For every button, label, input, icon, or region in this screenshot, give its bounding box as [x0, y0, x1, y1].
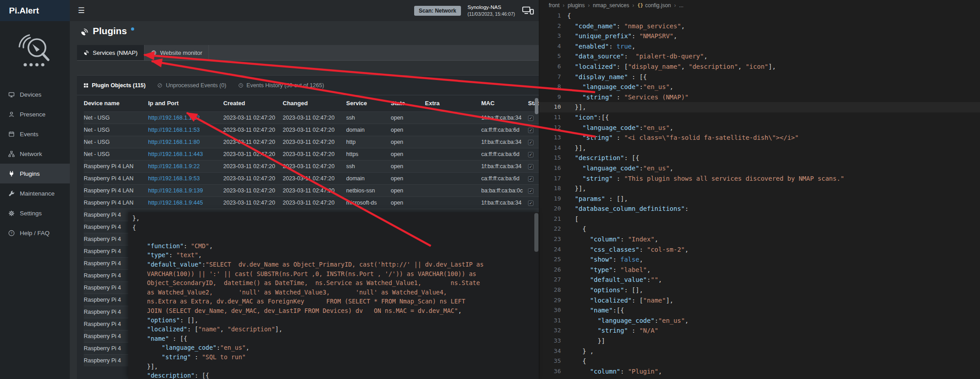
cell-service: microsoft-ds [346, 196, 391, 209]
sidebar-item-events[interactable]: Events [0, 124, 70, 144]
editor-line[interactable]: 8 "language_code":"en_us", [539, 82, 980, 92]
column-header[interactable]: Created [223, 95, 283, 111]
devices-topbar-icon[interactable] [522, 6, 534, 15]
breadcrumb-item[interactable]: ... [679, 2, 683, 9]
sidebar-item-plugins[interactable]: Plugins [0, 164, 70, 183]
sidebar-item-settings[interactable]: Settings [0, 203, 70, 223]
editor-line[interactable]: 33 }] [539, 336, 980, 346]
ip-port-link[interactable]: http://192.168.1.9:445 [148, 200, 203, 206]
sidebar-item-presence[interactable]: Presence [0, 104, 70, 124]
row-checkbox[interactable]: ✓ [528, 128, 533, 133]
overlay-code-line: "options": [], [132, 316, 532, 325]
editor-line[interactable]: 18 }], [539, 183, 980, 194]
editor-line[interactable]: 21 [ [539, 214, 980, 224]
editor-line[interactable]: 7 "display_name" : [{ [539, 72, 980, 82]
column-header[interactable]: Changed [283, 95, 346, 111]
column-header[interactable]: Ip and Port [148, 95, 223, 111]
cell-created: 2023-03-11 02:47:20 [223, 184, 283, 196]
ip-port-link[interactable]: http://192.168.1.9:139 [148, 187, 203, 194]
editor-line[interactable]: 14 }], [539, 143, 980, 153]
editor-line[interactable]: 27 "default_value":"", [539, 275, 980, 285]
editor-line[interactable]: 20 "database_column_definitions": [539, 204, 980, 214]
editor-line[interactable]: 29 "localized": ["name"], [539, 295, 980, 306]
line-code: "language_code":"en_us", [561, 82, 673, 92]
breadcrumb-item[interactable]: nmap_services [593, 2, 629, 9]
line-number: 24 [539, 245, 561, 255]
ip-port-link[interactable]: http://192.168.1.1:443 [148, 151, 203, 157]
cell-ip-port: http://192.168.1.1:22 [148, 111, 223, 124]
table-scrollbar[interactable] [535, 98, 538, 114]
editor-line[interactable]: 35 { [539, 356, 980, 366]
line-code: "icon":[{ [561, 112, 609, 123]
satellite-dish-icon [83, 50, 89, 56]
editor-line[interactable]: 4 "enabled": true, [539, 41, 980, 52]
editor-line[interactable]: 32 "string" : "N/A" [539, 325, 980, 336]
editor-line[interactable]: 17 "string" : "This plugin shows all ser… [539, 174, 980, 184]
table-row: Raspberry Pi 4 LANhttp://192.168.1.9:532… [84, 172, 539, 184]
line-code: [ [561, 214, 578, 224]
column-header[interactable]: Service [346, 95, 391, 111]
editor-line[interactable]: 11 "icon":[{ [539, 112, 980, 123]
overlay-scrollbar[interactable] [534, 213, 538, 252]
row-checkbox[interactable]: ✓ [528, 164, 533, 169]
editor-line[interactable]: 36 "column": "Plugin", [539, 366, 980, 377]
ip-port-link[interactable]: http://192.168.1.1:80 [148, 139, 200, 145]
editor-line[interactable]: 16 "language_code":"en_us", [539, 163, 980, 174]
table-row: Raspberry Pi 4 LANhttp://192.168.1.9:139… [84, 184, 539, 196]
ip-port-link[interactable]: http://192.168.1.1:22 [148, 115, 200, 121]
row-checkbox[interactable]: ✓ [528, 201, 533, 206]
breadcrumb-item[interactable]: front [549, 2, 560, 9]
hamburger-icon[interactable]: ☰ [78, 6, 85, 15]
sidebar-item-network[interactable]: Network [0, 144, 70, 164]
editor-line[interactable]: 5 "data_source": "pialert-db-query", [539, 51, 980, 62]
sidebar-item-devices[interactable]: Devices [0, 85, 70, 104]
editor-line[interactable]: 28 "options": [], [539, 285, 980, 295]
scan-status-badge: Scan: Network [414, 6, 461, 16]
tab-website-monitor[interactable]: Website monitor [145, 45, 209, 60]
subtab-label: Unprocessed Events (0) [166, 82, 226, 89]
column-header[interactable]: Extra [425, 95, 481, 111]
editor-line[interactable]: 34 } , [539, 346, 980, 357]
tab-services-nmap[interactable]: Services (NMAP) [77, 45, 145, 60]
editor-line[interactable]: 6 "localized": ["display_name", "descrip… [539, 62, 980, 72]
subtab-unprocessed-events[interactable]: Unprocessed Events (0) [157, 82, 226, 89]
sidebar-item-maintenance[interactable]: Maintenance [0, 183, 70, 203]
editor-line[interactable]: 25 "show": false, [539, 254, 980, 265]
editor-line[interactable]: 19 "params" : [], [539, 194, 980, 204]
editor-line[interactable]: 24 "css_classes": "col-sm-2", [539, 245, 980, 255]
overlay-code-line: as Watched_Value2, 'null' as Watched_Val… [132, 288, 532, 297]
row-checkbox[interactable]: ✓ [528, 188, 533, 194]
editor-line[interactable]: 10 }], [539, 102, 980, 112]
editor-line[interactable]: 1{ [539, 11, 980, 21]
ip-port-link[interactable]: http://192.168.1.9:22 [148, 163, 200, 169]
subtab-plugin-objects[interactable]: Plugin Objects (115) [83, 82, 145, 89]
cell-created: 2023-03-11 02:47:20 [223, 136, 283, 148]
editor-line[interactable]: 22 { [539, 224, 980, 234]
column-header[interactable]: MAC [481, 95, 528, 111]
column-header[interactable]: Device name [84, 95, 148, 111]
editor-line[interactable]: 31 "language_code":"en_us", [539, 316, 980, 326]
editor-line[interactable]: 26 "type": "label", [539, 265, 980, 275]
editor-line[interactable]: 9 "string" : "Services (NMAP)" [539, 92, 980, 103]
editor-line[interactable]: 15 "description": [{ [539, 153, 980, 163]
editor-line[interactable]: 23 "column": "Index", [539, 234, 980, 245]
editor-line[interactable]: 12 "language_code":"en_us", [539, 123, 980, 133]
row-checkbox[interactable]: ✓ [528, 152, 533, 157]
ip-port-link[interactable]: http://192.168.1.1:53 [148, 127, 200, 133]
editor-line[interactable]: 13 "string" : "<i class=\"fa-solid fa-sa… [539, 133, 980, 143]
editor-line[interactable]: 3 "unique_prefix": "NMAPSRV", [539, 31, 980, 41]
row-checkbox[interactable]: ✓ [528, 176, 533, 182]
editor-line[interactable]: 30 "name":[{ [539, 305, 980, 316]
ip-port-link[interactable]: http://192.168.1.9:53 [148, 175, 200, 182]
breadcrumb-item[interactable]: plugins [568, 2, 585, 9]
brand[interactable]: Pi.Alert [0, 0, 70, 21]
line-number: 8 [539, 82, 561, 92]
subtab-events-history[interactable]: Events History (50 out of 1265) [238, 82, 324, 89]
editor-line[interactable]: 2 "code_name": "nmap_services", [539, 21, 980, 31]
cell-ip-port: http://192.168.1.9:139 [148, 184, 223, 196]
row-checkbox[interactable]: ✓ [528, 116, 533, 121]
breadcrumb-item[interactable]: {}config.json [637, 2, 671, 9]
row-checkbox[interactable]: ✓ [528, 140, 533, 145]
column-header[interactable]: State [391, 95, 425, 111]
sidebar-item-help[interactable]: ?Help / FAQ [0, 223, 70, 243]
